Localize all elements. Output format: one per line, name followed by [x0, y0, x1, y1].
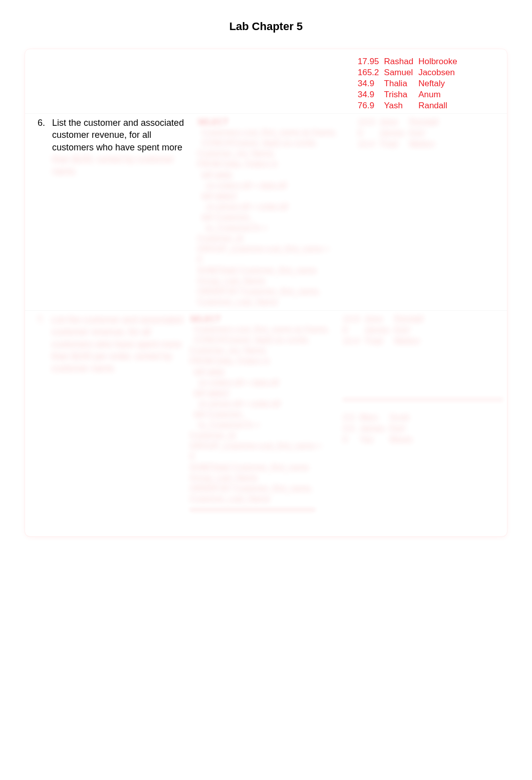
result-table-6: 14.9JaneRandall 0JamesEarl 14.4ThaliMelt… [358, 117, 443, 150]
table-row: 0JamesEarl [343, 325, 428, 336]
table-row: 14.9JaneRandall [343, 314, 428, 325]
table-row: 17.95RashadHolbrooke [358, 56, 462, 67]
table-row: 3.5JamesEarl [343, 423, 417, 434]
question-text-hidden: than $100, sorted by customer name. [52, 154, 174, 176]
prev-result-row: 17.95RashadHolbrooke 165.2SamuelJacobsen… [25, 53, 507, 113]
divider [343, 399, 503, 400]
page-title: Lab Chapter 5 [10, 20, 522, 33]
question-text: List the customer and associated custome… [52, 118, 184, 152]
table-row: 0YazMaxie [343, 434, 417, 445]
table-row: 14.4ThaliMelton [343, 336, 428, 347]
question-row-6: 6. List the customer and associated cust… [25, 113, 507, 310]
divider [190, 509, 315, 510]
result-table-7a: 14.9JaneRandall 0JamesEarl 14.4ThaliMelt… [343, 314, 428, 347]
question-row-7: 7. List the customer and associated cust… [25, 310, 507, 522]
result-table-prev: 17.95RashadHolbrooke 165.2SamuelJacobsen… [358, 56, 462, 111]
table-row: 0JamesEarl [358, 128, 443, 139]
table-row: 14.9JaneRandall [358, 117, 443, 128]
sql-keyword: SELECT [190, 314, 335, 324]
question-number: 6. [29, 117, 52, 128]
question-number: 7. [29, 314, 51, 325]
result-table-7b: 3.5MarcScott 3.5JamesEarl 0YazMaxie [343, 412, 417, 445]
table-row: 3.5MarcScott [343, 412, 417, 423]
table-row: 34.9TrishaAnum [358, 89, 462, 100]
question-text-hidden: List the customer and associated custome… [51, 315, 183, 373]
sql-keyword: SELECT [197, 117, 350, 127]
table-row: 165.2SamuelJacobsen [358, 67, 462, 78]
worksheet: 17.95RashadHolbrooke 165.2SamuelJacobsen… [25, 49, 507, 536]
sql-body: Customers.cust_first_name as fname, CONC… [190, 324, 335, 504]
table-row: 14.4ThaliMelton [358, 139, 443, 150]
table-row: 76.9YashRandall [358, 100, 462, 111]
sql-body: Customers.cust_first_name as fname, CONC… [197, 127, 350, 307]
table-row: 34.9ThaliaNeftaly [358, 78, 462, 89]
